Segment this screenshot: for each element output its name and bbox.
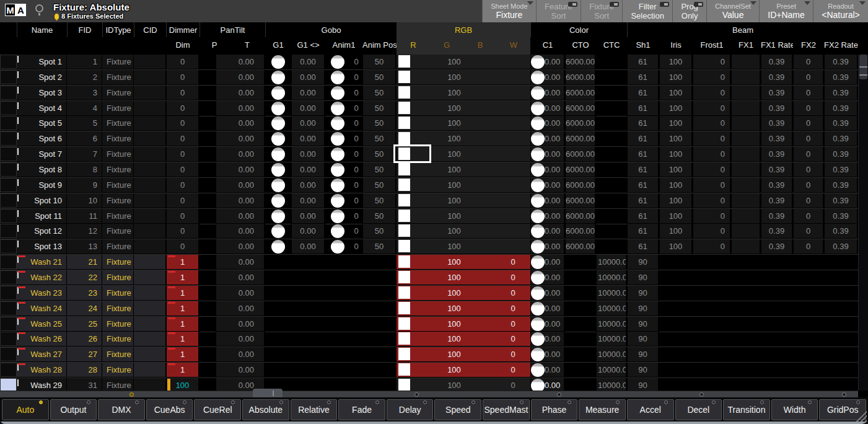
cell-anim-pos[interactable]: 50 — [362, 55, 397, 69]
cell-idtype[interactable]: Fixture — [102, 332, 134, 346]
cell-name[interactable]: Wash 26 — [17, 332, 67, 346]
cell-fid[interactable]: 9 — [67, 178, 102, 192]
row-select-cell[interactable] — [0, 193, 17, 208]
cell-ctc[interactable]: 10000.00 — [596, 363, 627, 377]
row-select-cell[interactable] — [0, 255, 17, 269]
row-select-cell[interactable] — [0, 378, 17, 391]
cell-dimmer[interactable]: 1 — [166, 317, 199, 331]
cell-color1[interactable]: 0.00 — [530, 301, 565, 316]
cell-fx1[interactable] — [731, 55, 761, 69]
cell-gobo1[interactable] — [265, 131, 291, 146]
column-p[interactable]: P — [199, 37, 229, 55]
cell-color1[interactable]: 0.00 — [530, 55, 565, 69]
cell-fid[interactable]: 2 — [67, 70, 102, 84]
column-sh1[interactable]: Sh1 — [627, 37, 659, 55]
column-group-cid[interactable]: CID — [134, 22, 166, 37]
cell-fx1[interactable] — [731, 209, 761, 223]
cell-fx1[interactable] — [731, 70, 761, 84]
cell-fx2-rate[interactable]: 0.39 — [824, 209, 858, 223]
cell-cto[interactable]: 6000.00 — [565, 131, 596, 146]
cell-rgb-green[interactable]: 100 — [413, 378, 496, 391]
cell-fid[interactable]: 24 — [67, 301, 102, 316]
cell-rgb-white[interactable]: 0 — [496, 363, 530, 377]
fixture-row[interactable]: Wash 2727Fixture10.0010000.0010000.0090 — [0, 347, 858, 363]
cell-name[interactable]: Spot 1 — [17, 55, 67, 69]
column-frost1[interactable]: Frost1 — [693, 37, 731, 55]
cell-idtype[interactable]: Fixture — [102, 209, 134, 223]
cell-cid[interactable] — [134, 224, 166, 238]
cell-anim1[interactable] — [325, 116, 350, 130]
cell-color-swatch[interactable] — [397, 116, 413, 130]
cell-shutter1[interactable]: 61 — [627, 131, 659, 146]
cell-tilt[interactable]: 0.00 — [216, 332, 265, 346]
column-iris[interactable]: Iris — [659, 37, 693, 55]
fixture-row[interactable]: Spot 1111Fixture00.000.000501000.006000.… — [0, 209, 858, 224]
column-group-fid[interactable]: FID — [67, 22, 102, 37]
row-select-cell[interactable] — [0, 224, 17, 238]
horizontal-scrollbar[interactable] — [0, 391, 858, 397]
cell-color1[interactable]: 0.00 — [530, 178, 565, 192]
cell-anim-pos[interactable]: 50 — [362, 70, 397, 84]
cell-gobo1[interactable] — [265, 86, 291, 100]
cell-dimmer[interactable]: 1 — [166, 255, 199, 269]
cell-dimmer[interactable]: 1 — [166, 270, 199, 285]
cell-color-swatch[interactable] — [397, 209, 413, 223]
cell-iris[interactable]: 100 — [659, 131, 693, 146]
cell-color-swatch[interactable] — [397, 286, 413, 300]
cell-idtype[interactable]: Fixture — [102, 101, 134, 115]
fixture-row[interactable]: Spot 1212Fixture00.000.000501000.006000.… — [0, 224, 858, 239]
fixture-row[interactable]: Wash 2121Fixture10.0010000.0010000.0090 — [0, 255, 858, 270]
feature-sort-button[interactable]: FeatureSort — [536, 0, 581, 22]
column-fx1-rate[interactable]: FX1 Rate — [761, 37, 793, 55]
horizontal-scrollbar-handle[interactable] — [253, 389, 283, 398]
cell-ctc[interactable]: 10000.00 — [596, 317, 627, 331]
cell-iris[interactable]: 100 — [659, 101, 693, 115]
cell-rgb-green[interactable]: 100 — [413, 332, 496, 346]
cell-rgb-green[interactable]: 100 — [413, 224, 496, 238]
cell-name[interactable]: Wash 23 — [17, 286, 67, 300]
tab-fade[interactable]: Fade — [338, 399, 385, 420]
cell-fx2-rate[interactable]: 0.39 — [824, 178, 858, 192]
column-ctc[interactable]: CTC — [596, 37, 627, 55]
cell-iris[interactable]: 100 — [659, 193, 693, 208]
cell-cid[interactable] — [134, 378, 166, 391]
cell-fx2-rate[interactable]: 0.39 — [824, 224, 858, 238]
cell-color1[interactable]: 0.00 — [530, 239, 565, 254]
cell-shutter1[interactable]: 61 — [627, 209, 659, 223]
cell-dimmer[interactable]: 0 — [166, 224, 199, 238]
cell-tilt[interactable]: 0.00 — [216, 286, 265, 300]
cell-shutter1[interactable]: 90 — [627, 363, 659, 377]
tab-absolute[interactable]: Absolute — [242, 399, 289, 420]
cell-gobo1[interactable] — [265, 224, 291, 238]
cell-dimmer[interactable]: 1 — [166, 332, 199, 346]
cell-color-swatch[interactable] — [397, 55, 413, 69]
fixture-row[interactable]: Wash 2525Fixture10.0010000.0010000.0090 — [0, 317, 858, 332]
row-select-cell[interactable] — [0, 347, 17, 361]
cell-anim1-value[interactable]: 0 — [350, 70, 362, 84]
cell-color1[interactable]: 0.00 — [530, 347, 565, 361]
cell-fx1[interactable] — [731, 224, 761, 238]
cell-shutter1[interactable]: 90 — [627, 378, 659, 391]
tab-speedmast[interactable]: SpeedMast — [483, 399, 530, 420]
cell-color1[interactable]: 0.00 — [530, 193, 565, 208]
cell-cid[interactable] — [134, 209, 166, 223]
cell-iris[interactable]: 100 — [659, 70, 693, 84]
cell-name[interactable]: Wash 22 — [17, 270, 67, 285]
cell-anim1-value[interactable]: 0 — [350, 131, 362, 146]
cell-color-swatch[interactable] — [397, 347, 413, 361]
cell-fx2[interactable]: 0 — [793, 209, 824, 223]
cell-fx1-rate[interactable]: 0.39 — [761, 116, 793, 130]
cell-cid[interactable] — [134, 301, 166, 316]
cell-idtype[interactable]: Fixture — [102, 116, 134, 130]
cell-fx1[interactable] — [731, 147, 761, 161]
cell-tilt[interactable]: 0.00 — [216, 101, 265, 115]
cell-anim1[interactable] — [325, 55, 350, 69]
filter-selection-button[interactable]: FilterSelection — [622, 0, 672, 22]
row-select-cell[interactable] — [0, 147, 17, 161]
cell-cto[interactable]: 6000.00 — [565, 116, 596, 130]
cell-iris[interactable]: 100 — [659, 86, 693, 100]
cell-name[interactable]: Spot 2 — [17, 70, 67, 84]
cell-rgb-white[interactable]: 0 — [496, 301, 530, 316]
cell-name[interactable]: Wash 29 — [17, 378, 67, 391]
cell-idtype[interactable]: Fixture — [102, 86, 134, 100]
